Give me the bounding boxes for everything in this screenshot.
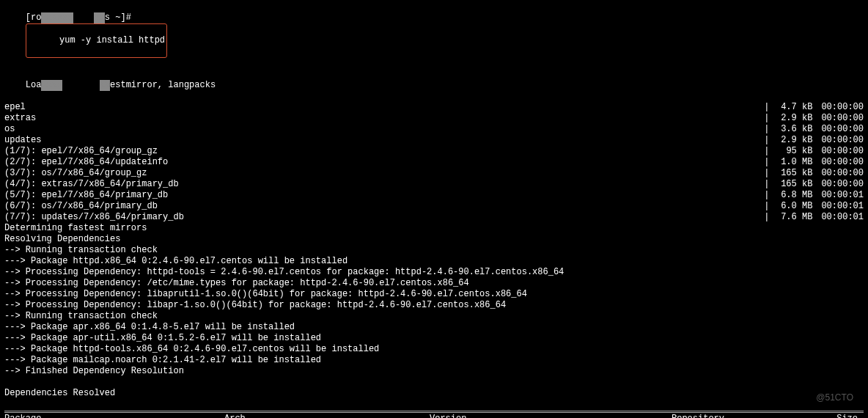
separator: | — [761, 135, 772, 146]
download-size: 4.7 kB — [772, 102, 812, 113]
prompt-suffix: s ~]# — [105, 12, 131, 23]
download-size: 7.6 MB — [772, 212, 812, 223]
separator: | — [761, 146, 772, 157]
download-name: (6/7): os/7/x86_64/primary_db — [4, 201, 158, 212]
table-header-row: Package Arch Version Repository Size — [4, 414, 864, 418]
separator: | — [761, 179, 772, 190]
download-name: (3/7): os/7/x86_64/group_gz — [4, 168, 147, 179]
output-line: ---> Package httpd-tools.x86_64 0:2.4.6-… — [4, 344, 864, 355]
output-line: Loaxxxx xxestmirror, langpacks — [4, 69, 864, 102]
output-line: --> Processing Dependency: libaprutil-1.… — [4, 289, 864, 300]
download-row: (7/7): updates/7/x86_64/primary_db|7.6 M… — [4, 212, 864, 223]
separator: | — [761, 113, 772, 124]
download-time: 00:00:00 — [812, 102, 864, 113]
prompt-prefix: [ro — [26, 12, 42, 23]
download-time: 00:00:00 — [812, 113, 864, 124]
output-line — [4, 399, 864, 410]
output-line: ---> Package httpd.x86_64 0:2.4.6-90.el7… — [4, 256, 864, 267]
redacted-block: xxxxxx — [41, 12, 73, 23]
download-row: (1/7): epel/7/x86_64/group_gz|95 kB00:00… — [4, 146, 864, 157]
command-highlight: yum -y install httpd — [26, 23, 167, 58]
command-text: yum -y install httpd — [59, 35, 165, 45]
download-size: 95 kB — [772, 146, 812, 157]
download-size: 1.0 MB — [772, 157, 812, 168]
separator: | — [761, 157, 772, 168]
prompt-line: [roxxxxxx xxs ~]# yum -y install httpd — [4, 1, 864, 69]
download-name: os — [4, 124, 15, 135]
output-line: Dependencies Resolved — [4, 388, 864, 399]
redacted-block: xxxx — [41, 80, 62, 91]
download-time: 00:00:01 — [812, 212, 864, 223]
col-version: Version — [430, 414, 672, 418]
separator: | — [761, 124, 772, 135]
download-time: 00:00:00 — [812, 168, 864, 179]
output-line: Determining fastest mirrors — [4, 223, 864, 234]
download-row: (5/7): epel/7/x86_64/primary_db|6.8 MB00… — [4, 190, 864, 201]
redacted-block: xx — [94, 12, 104, 23]
col-repository: Repository — [672, 414, 796, 418]
download-time: 00:00:01 — [812, 190, 864, 201]
separator: | — [761, 201, 772, 212]
output-line: --> Processing Dependency: httpd-tools =… — [4, 267, 864, 278]
download-name: epel — [4, 102, 26, 113]
download-size: 165 kB — [772, 168, 812, 179]
download-row: epel|4.7 kB00:00:00 — [4, 102, 864, 113]
output-line: ---> Package mailcap.noarch 0:2.1.41-2.e… — [4, 355, 864, 366]
download-row: (4/7): extras/7/x86_64/primary_db|165 kB… — [4, 179, 864, 190]
col-size: Size — [796, 414, 864, 418]
download-name: (2/7): epel/7/x86_64/updateinfo — [4, 157, 168, 168]
separator: | — [761, 168, 772, 179]
text-fragment: estmirror, langpacks — [110, 80, 216, 90]
download-time: 00:00:00 — [812, 135, 864, 146]
download-size: 2.9 kB — [772, 135, 812, 146]
download-size: 6.0 MB — [772, 201, 812, 212]
download-name: (4/7): extras/7/x86_64/primary_db — [4, 179, 179, 190]
output-line — [4, 377, 864, 388]
download-row: updates|2.9 kB00:00:00 — [4, 135, 864, 146]
output-line: --> Running transaction check — [4, 311, 864, 322]
text-fragment: Loa — [26, 80, 42, 90]
download-name: (5/7): epel/7/x86_64/primary_db — [4, 190, 168, 201]
output-line: ---> Package apr-util.x86_64 0:1.5.2-6.e… — [4, 333, 864, 344]
table-rule — [4, 411, 864, 413]
download-row: extras|2.9 kB00:00:00 — [4, 113, 864, 124]
output-line: ---> Package apr.x86_64 0:1.4.8-5.el7 wi… — [4, 322, 864, 333]
download-time: 00:00:01 — [812, 201, 864, 212]
download-size: 3.6 kB — [772, 124, 812, 135]
download-size: 165 kB — [772, 179, 812, 190]
download-time: 00:00:00 — [812, 157, 864, 168]
download-name: updates — [4, 135, 41, 146]
watermark: @51CTO — [816, 392, 853, 403]
download-row: (2/7): epel/7/x86_64/updateinfo|1.0 MB00… — [4, 157, 864, 168]
terminal[interactable]: [roxxxxxx xxs ~]# yum -y install httpd L… — [0, 0, 868, 418]
redacted-block: xx — [100, 80, 110, 91]
output-line: --> Finished Dependency Resolution — [4, 366, 864, 377]
download-name: extras — [4, 113, 36, 124]
download-time: 00:00:00 — [812, 179, 864, 190]
output-line: --> Processing Dependency: libapr-1.so.0… — [4, 300, 864, 311]
output-line: --> Running transaction check — [4, 245, 864, 256]
download-row: os|3.6 kB00:00:00 — [4, 124, 864, 135]
col-package: Package — [4, 414, 224, 418]
download-time: 00:00:00 — [812, 124, 864, 135]
download-row: (3/7): os/7/x86_64/group_gz|165 kB00:00:… — [4, 168, 864, 179]
output-line: Resolving Dependencies — [4, 234, 864, 245]
output-line: --> Processing Dependency: /etc/mime.typ… — [4, 278, 864, 289]
separator: | — [761, 102, 772, 113]
download-name: (1/7): epel/7/x86_64/group_gz — [4, 146, 158, 157]
separator: | — [761, 190, 772, 201]
separator: | — [761, 212, 772, 223]
download-name: (7/7): updates/7/x86_64/primary_db — [4, 212, 184, 223]
col-arch: Arch — [224, 414, 430, 418]
download-row: (6/7): os/7/x86_64/primary_db|6.0 MB00:0… — [4, 201, 864, 212]
download-size: 2.9 kB — [772, 113, 812, 124]
download-size: 6.8 MB — [772, 190, 812, 201]
download-time: 00:00:00 — [812, 146, 864, 157]
